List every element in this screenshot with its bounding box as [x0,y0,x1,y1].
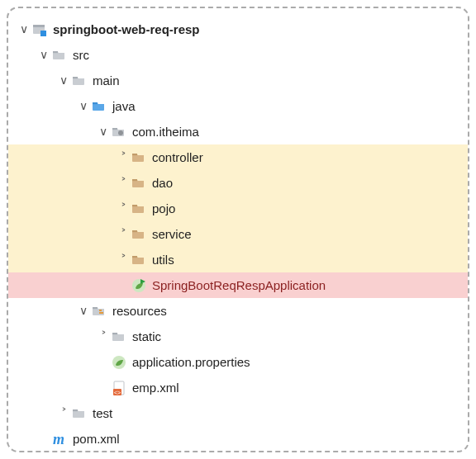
folder-icon [111,329,127,345]
chevron-right-icon[interactable]: ˃ [116,170,131,196]
resources-folder-icon [91,303,107,319]
tree-label: main [93,68,120,93]
tree-label: application.properties [132,349,250,375]
tree-label: service [152,221,192,247]
package-icon [131,175,147,192]
chevron-down-icon[interactable]: ∨ [76,298,91,324]
tree-row-utils[interactable]: ˃ utils [8,247,468,272]
tree-label: java [112,93,136,119]
tree-label: emp.xml [132,375,179,400]
tree-label: resources [112,298,167,324]
chevron-right-icon[interactable]: ˃ [96,324,111,349]
tree-row-dao[interactable]: ˃ dao [8,170,468,196]
folder-icon [71,73,88,89]
spring-run-icon [131,277,147,294]
source-folder-icon [91,98,107,115]
chevron-right-icon[interactable]: ˃ [116,144,131,170]
tree-label: utils [152,247,174,272]
chevron-down-icon[interactable]: ∨ [56,68,71,93]
tree-label: SpringBootReqRespApplication [152,272,326,298]
xml-file-icon [111,380,127,396]
folder-icon [71,405,88,422]
tree-row-service[interactable]: ˃ service [8,221,468,247]
tree-row-test[interactable]: ˃ test [13,400,463,426]
package-icon [131,149,147,166]
tree-label: springboot-web-req-resp [53,17,200,42]
chevron-down-icon[interactable]: ∨ [96,119,111,144]
package-icon [131,201,147,217]
tree-label: pojo [152,196,175,221]
chevron-right-icon[interactable]: ˃ [116,196,131,221]
tree-row-java[interactable]: ∨ java [13,93,463,119]
tree-row-package[interactable]: ∨ com.itheima [13,119,463,144]
tree-row-main[interactable]: ∨ main [13,68,463,93]
package-icon [131,226,147,243]
chevron-down-icon[interactable]: ∨ [36,42,51,68]
spring-props-icon [111,354,127,371]
tree-label: static [132,324,161,349]
maven-icon [51,431,68,447]
package-folder-icon [111,124,127,140]
tree-label: controller [152,144,203,170]
module-icon [31,21,48,38]
tree-row-static[interactable]: ˃ static [13,324,463,349]
tree-row-pom[interactable]: pom.xml [13,426,463,452]
chevron-down-icon[interactable]: ∨ [17,17,31,42]
project-tree-panel: ∨ springboot-web-req-resp ∨ src ∨ main ∨… [7,7,469,452]
tree-label: com.itheima [132,119,199,144]
tree-row-resources[interactable]: ∨ resources [13,298,463,324]
tree-label: dao [152,170,173,196]
folder-icon [51,47,68,64]
chevron-right-icon[interactable]: ˃ [116,247,131,272]
chevron-right-icon[interactable]: ˃ [116,221,131,247]
tree-row-root[interactable]: ∨ springboot-web-req-resp [13,17,463,42]
tree-label: test [93,400,112,426]
package-icon [131,252,147,268]
tree-row-controller[interactable]: ˃ controller [8,144,468,170]
tree-row-pojo[interactable]: ˃ pojo [8,196,468,221]
tree-row-src[interactable]: ∨ src [13,42,463,68]
tree-row-appprops[interactable]: application.properties [13,349,463,375]
chevron-right-icon[interactable]: ˃ [56,400,71,426]
tree-row-app-class[interactable]: SpringBootReqRespApplication [8,272,468,298]
chevron-down-icon[interactable]: ∨ [76,93,91,119]
tree-label: src [73,42,89,68]
tree-row-empxml[interactable]: emp.xml [13,375,463,400]
tree-label: pom.xml [73,426,120,452]
